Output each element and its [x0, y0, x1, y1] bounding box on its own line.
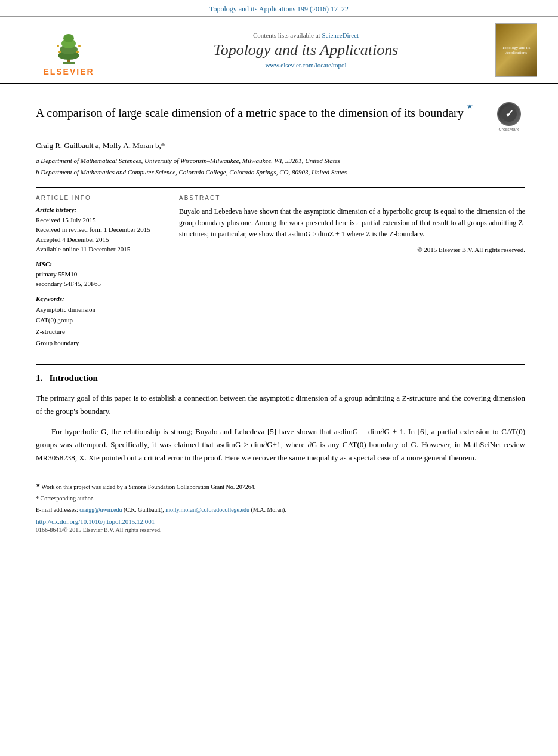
journal-info-center: Contents lists available at ScienceDirec… — [119, 32, 492, 69]
crossmark-svg: ✓ — [501, 106, 517, 122]
introduction-section: 1. Introduction The primary goal of this… — [36, 364, 525, 465]
msc-secondary: secondary 54F45, 20F65 — [36, 279, 157, 289]
journal-citation: Topology and its Applications 199 (2016)… — [209, 5, 349, 13]
email-footnote: E-mail addresses: craigg@uwm.edu (C.R. G… — [36, 505, 525, 514]
keywords-block: Keywords: Asymptotic dimension CAT(0) gr… — [36, 295, 157, 349]
journal-cover-area: Topology and its Applications — [492, 23, 540, 77]
journal-banner: ELSEVIER Contents lists available at Sci… — [0, 17, 558, 84]
msc-block: MSC: primary 55M10 secondary 54F45, 20F6… — [36, 260, 157, 289]
svg-point-6 — [58, 51, 61, 53]
elsevier-logo-area: ELSEVIER — [18, 24, 119, 76]
svg-text:✓: ✓ — [504, 108, 513, 120]
history-label: Article history: — [36, 206, 157, 213]
intro-para2: For hyperbolic G, the relationship is st… — [36, 425, 525, 465]
footnotes-section: ★ Work on this project was aided by a Si… — [36, 477, 525, 533]
keywords-label: Keywords: — [36, 295, 157, 302]
intro-para1: The primary goal of this paper is to est… — [36, 392, 525, 418]
keyword-2: CAT(0) group — [36, 315, 157, 326]
crossmark-badge[interactable]: ✓ CrossMark — [492, 102, 525, 131]
crossmark-icon: ✓ — [497, 102, 521, 126]
msc-label: MSC: — [36, 260, 157, 268]
elsevier-logo — [30, 24, 107, 66]
svg-rect-0 — [63, 62, 75, 64]
accepted-date: Accepted 4 December 2015 — [36, 235, 157, 245]
journal-cover-image: Topology and its Applications — [495, 23, 537, 77]
keyword-4: Group boundary — [36, 337, 157, 349]
title-star: ★ — [467, 102, 473, 110]
info-abstract-columns: ARTICLE INFO Article history: Received 1… — [36, 187, 525, 355]
sciencedirect-link: ScienceDirect — [322, 32, 359, 39]
article-history: Article history: Received 15 July 2015 R… — [36, 206, 157, 254]
authors-line: Craig R. Guilbault a, Molly A. Moran b,* — [36, 141, 525, 150]
article-info-header: ARTICLE INFO — [36, 195, 157, 201]
affil-a: a Department of Mathematical Sciences, U… — [36, 156, 525, 165]
intro-title: 1. Introduction — [36, 373, 525, 383]
crossmark-label: CrossMark — [499, 127, 519, 131]
contents-line: Contents lists available at ScienceDirec… — [119, 32, 492, 39]
keyword-1: Asymptotic dimension — [36, 304, 157, 315]
doi-link[interactable]: http://dx.doi.org/10.1016/j.topol.2015.1… — [36, 518, 525, 525]
available-date: Available online 11 December 2015 — [36, 244, 157, 254]
msc-primary: primary 55M10 — [36, 269, 157, 279]
received-date: Received 15 July 2015 — [36, 215, 157, 225]
journal-title: Topology and its Applications — [119, 41, 492, 59]
abstract-copyright: © 2015 Elsevier B.V. All rights reserved… — [179, 246, 525, 253]
revised-date: Received in revised form 1 December 2015 — [36, 225, 157, 235]
keyword-3: Z-structure — [36, 326, 157, 337]
abstract-column: ABSTRACT Buyalo and Lebedeva have shown … — [179, 195, 525, 355]
journal-url: www.elsevier.com/locate/topol — [119, 62, 492, 69]
asterisk-footnote: * Corresponding author. — [36, 494, 525, 503]
star-footnote-symbol: ★ — [36, 483, 40, 488]
main-content: A comparison of large scale dimension of… — [0, 84, 558, 545]
email2-link[interactable]: molly.moran@coloradocollege.edu — [165, 506, 249, 513]
email1-link[interactable]: craigg@uwm.edu — [79, 506, 122, 513]
elsevier-wordmark: ELSEVIER — [43, 67, 94, 76]
issn-line: 0166-8641/© 2015 Elsevier B.V. All right… — [36, 527, 525, 533]
abstract-text: Buyalo and Lebedeva have shown that the … — [179, 206, 525, 241]
abstract-header: ABSTRACT — [179, 195, 525, 201]
journal-header: Topology and its Applications 199 (2016)… — [0, 0, 558, 17]
article-title-section: A comparison of large scale dimension of… — [36, 102, 525, 131]
svg-point-5 — [63, 34, 74, 42]
article-title: A comparison of large scale dimension of… — [36, 102, 486, 121]
article-info-column: ARTICLE INFO Article history: Received 1… — [36, 195, 167, 355]
elsevier-tree-icon — [45, 33, 93, 66]
star-footnote: ★ Work on this project was aided by a Si… — [36, 482, 525, 491]
svg-point-8 — [57, 45, 59, 47]
svg-point-7 — [76, 51, 79, 53]
svg-point-9 — [78, 45, 81, 47]
affiliations: a Department of Mathematical Sciences, U… — [36, 156, 525, 177]
affil-b: b Department of Mathematics and Computer… — [36, 168, 525, 177]
